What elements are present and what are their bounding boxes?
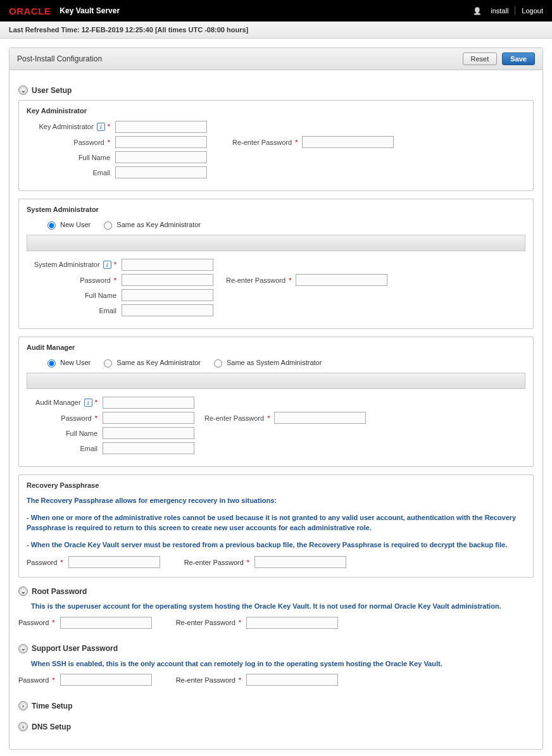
section-user-setup: User Setup <box>32 86 72 95</box>
expand-toggle-dns[interactable]: › <box>18 722 28 731</box>
sys-admin-password[interactable] <box>122 274 213 286</box>
label-key-admin-repw: Re-enter Password * <box>232 139 298 146</box>
sub-toolbar-audit <box>27 373 525 389</box>
panel-key-admin: Key Administrator Key Administrator i* P… <box>18 100 534 191</box>
root-password[interactable] <box>60 617 152 629</box>
key-admin-password[interactable] <box>115 136 207 148</box>
info-icon[interactable]: i <box>84 399 92 407</box>
collapse-toggle-support[interactable]: ⌄ <box>18 644 28 654</box>
section-time: Time Setup <box>32 702 72 710</box>
label-sys-email: Email <box>27 307 122 314</box>
root-repassword[interactable] <box>246 617 338 629</box>
label-key-admin-pw: Password * <box>27 139 115 146</box>
radio-audit-samesys[interactable]: Same as System Administrator <box>211 357 322 368</box>
title-bar: Post-Install Configuration Reset Save <box>9 48 543 70</box>
label-recovery-repw: Re-enter Password * <box>184 559 250 566</box>
audit-password[interactable] <box>103 412 194 424</box>
panel-title-sys-admin: System Administrator <box>27 206 525 213</box>
sub-toolbar-sys <box>27 235 525 251</box>
root-desc: This is the superuser account for the op… <box>31 601 534 612</box>
sys-admin-fullname[interactable] <box>122 289 213 301</box>
section-dns: DNS Setup <box>32 722 71 731</box>
recovery-text-3: - When the Oracle Key Vault server must … <box>27 540 525 550</box>
label-sys-admin: System Administrator i* <box>27 261 122 269</box>
panel-recovery: Recovery Passphrase The Recovery Passphr… <box>18 474 534 578</box>
panel-sys-admin: System Administrator New User Same as Ke… <box>18 199 534 329</box>
label-root-repw: Re-enter Password * <box>176 619 242 626</box>
key-admin-input[interactable] <box>115 121 207 133</box>
label-key-admin-email: Email <box>27 169 115 177</box>
user-icon <box>473 7 484 15</box>
recovery-text-1: The Recovery Passphrase allows for emerg… <box>27 495 525 506</box>
label-support-pw: Password * <box>18 676 55 684</box>
label-support-repw: Re-enter Password * <box>176 676 242 684</box>
label-key-admin: Key Administrator i* <box>27 123 115 131</box>
divider <box>515 6 515 15</box>
recovery-password[interactable] <box>68 556 160 568</box>
audit-email[interactable] <box>103 442 194 454</box>
support-desc: When SSH is enabled, this is the only ac… <box>31 659 534 669</box>
audit-fullname[interactable] <box>103 427 194 439</box>
panel-title-recovery: Recovery Passphrase <box>27 481 525 489</box>
support-repassword[interactable] <box>246 674 338 686</box>
collapse-toggle-user-setup[interactable]: ⌄ <box>18 85 28 95</box>
label-sys-pw: Password * <box>27 276 122 284</box>
label-sys-fullname: Full Name <box>27 292 122 299</box>
oracle-logo: ORACLE <box>9 6 51 16</box>
label-recovery-pw: Password * <box>27 559 63 566</box>
sys-admin-repassword[interactable] <box>296 274 387 286</box>
page-title: Post-Install Configuration <box>17 54 102 63</box>
radio-sys-samekey[interactable]: Same as Key Administrator <box>101 220 201 230</box>
section-root-pw: Root Password <box>32 587 87 596</box>
recovery-repassword[interactable] <box>254 556 346 568</box>
panel-title-key-admin: Key Administrator <box>27 107 525 115</box>
radio-sys-newuser[interactable]: New User <box>44 220 91 230</box>
user-link[interactable]: install <box>491 7 508 15</box>
label-audit: Audit Manager i* <box>27 399 103 407</box>
key-admin-email[interactable] <box>115 166 207 178</box>
info-icon[interactable]: i <box>97 123 105 131</box>
radio-audit-samekey[interactable]: Same as Key Administrator <box>101 357 201 368</box>
label-root-pw: Password * <box>18 619 55 626</box>
refresh-bar: Last Refreshed Time: 12-FEB-2019 12:25:4… <box>0 22 552 39</box>
page-frame: Post-Install Configuration Reset Save ⌄ … <box>9 47 543 750</box>
product-name: Key Vault Server <box>60 6 120 15</box>
label-audit-fullname: Full Name <box>27 430 103 437</box>
support-password[interactable] <box>60 674 152 686</box>
key-admin-fullname[interactable] <box>115 151 207 163</box>
expand-toggle-time[interactable]: › <box>18 701 28 710</box>
label-key-admin-fullname: Full Name <box>27 154 115 161</box>
section-support-pw: Support User Password <box>32 644 118 653</box>
label-audit-repw: Re-enter Password * <box>204 414 270 422</box>
recovery-text-2: - When one or more of the administrative… <box>27 512 525 533</box>
sys-admin-email[interactable] <box>122 304 213 316</box>
audit-input[interactable] <box>103 397 194 409</box>
top-bar: ORACLE Key Vault Server install Logout <box>0 0 552 22</box>
panel-audit: Audit Manager New User Same as Key Admin… <box>18 337 534 467</box>
label-audit-email: Email <box>27 445 103 452</box>
radio-audit-newuser[interactable]: New User <box>44 357 91 368</box>
logout-link[interactable]: Logout <box>522 7 543 15</box>
label-sys-repw: Re-enter Password * <box>226 276 292 284</box>
key-admin-repassword[interactable] <box>302 136 394 148</box>
audit-repassword[interactable] <box>274 412 366 424</box>
save-button[interactable]: Save <box>502 53 535 65</box>
panel-title-audit: Audit Manager <box>27 344 525 351</box>
sys-admin-input[interactable] <box>122 259 213 271</box>
label-audit-pw: Password * <box>27 414 103 422</box>
info-icon[interactable]: i <box>103 261 111 269</box>
collapse-toggle-root[interactable]: ⌄ <box>18 586 28 596</box>
reset-button[interactable]: Reset <box>463 53 498 65</box>
